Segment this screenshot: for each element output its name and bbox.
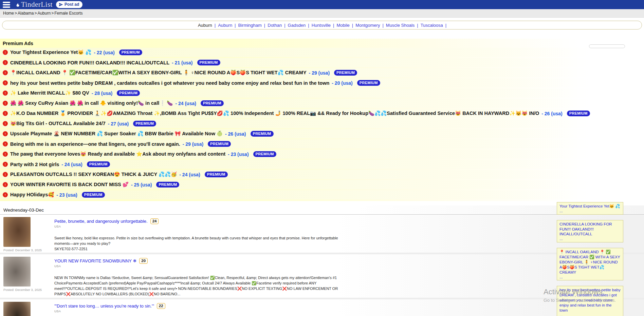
breadcrumb: Home>Alabama>Auburn>Female Escorts xyxy=(0,9,644,18)
city-link-mobile[interactable]: Mobile xyxy=(336,23,349,28)
up-arrow-icon: ↑ xyxy=(3,80,8,85)
premium-badge: PREMIUM xyxy=(119,50,142,55)
post-ad-button[interactable]: Post ad xyxy=(56,1,82,8)
listing-photo[interactable] xyxy=(3,302,31,316)
listing-title-link[interactable]: Petite, brunette, and dangerously unforg… xyxy=(54,219,148,224)
city-link-auburn[interactable]: Auburn xyxy=(218,23,232,28)
premium-ad-row[interactable]: ↑ Happy HOlidays🥰 - 23 (usa) PREMIUM xyxy=(0,190,644,199)
floating-scrollbar[interactable] xyxy=(589,44,625,48)
premium-ad-row[interactable]: ↑ Being with me is an experience—one tha… xyxy=(0,139,644,149)
listings-section: Posted: December 3, 2025 Petite, brunett… xyxy=(0,215,644,316)
city-link-dothan[interactable]: Dothan xyxy=(268,23,282,28)
premium-ad-title[interactable]: YOUR WINTER FAVORITE IS BACK DONT MISS 💕 xyxy=(10,182,129,187)
premium-ad-age: - 24 (usa) xyxy=(175,101,196,106)
premium-ad-title[interactable]: PLEASANTON OUTCALLS !! SEXY KOREAN😍 THIC… xyxy=(10,172,177,177)
premium-ad-row[interactable]: ↑ Party with 2 Hot girls - 24 (usa) PREM… xyxy=(0,160,644,169)
sidebar-ad-link[interactable]: Your Tightest Experience Yet🐱 💦 xyxy=(559,204,620,208)
premium-ad-title[interactable]: 📍INCALL OAKLAND 📍 ✅FACETIME/CAR✅WITH A S… xyxy=(10,70,307,76)
premium-ad-row[interactable]: ↑ 😻Big Tits Girl - OUTCALL Available 24/… xyxy=(0,119,644,128)
premium-ads-section: Premium Ads ↑ Your Tightest Experience Y… xyxy=(0,39,644,201)
listing-title-link[interactable]: "'Don't stare too long… unless you're re… xyxy=(54,303,154,309)
premium-ad-row[interactable]: ↑ PLEASANTON OUTCALLS !! SEXY KOREAN😍 TH… xyxy=(0,170,644,179)
premium-ad-age: - 25 (usa) xyxy=(131,182,152,187)
premium-badge: PREMIUM xyxy=(334,70,357,76)
city-separator: | xyxy=(445,23,446,28)
listing-body: Petite, brunette, and dangerously unforg… xyxy=(54,217,644,252)
sidebar-premium-box[interactable]: Your Tightest Experience Yet🐱 💦 ... xyxy=(557,202,623,215)
sidebar-ad-link[interactable]: hey its your best wettes petite baby DRE… xyxy=(559,288,621,312)
premium-ad-age: - 26 (usa) xyxy=(541,111,562,116)
flame-icon xyxy=(15,2,20,7)
sidebar-ellipsis: ... xyxy=(559,237,621,241)
listing-left-column: Posted: December 3, 2025 xyxy=(3,217,54,252)
up-arrow-icon: ↑ xyxy=(3,60,8,65)
listing-location: USA xyxy=(54,310,644,313)
city-link-huntsville[interactable]: Huntsville xyxy=(312,23,331,28)
up-arrow-icon: ↑ xyxy=(3,172,8,177)
sidebar-ellipsis: ... xyxy=(559,275,621,279)
premium-ad-row[interactable]: ↑ ✨ Lake Merritt INCALL✨ $80 QV - 28 (us… xyxy=(0,88,644,98)
breadcrumb-separator: > xyxy=(51,11,54,16)
premium-ad-title[interactable]: ✨ Lake Merritt INCALL✨ $80 QV xyxy=(10,90,89,96)
sidebar-ad-link[interactable]: 📍 INCALL OAKLAND 📍 ✅ FACETIME/CAR ✅ WITH… xyxy=(559,250,620,274)
city-separator: | xyxy=(215,23,216,28)
sidebar-ad-link[interactable]: CINDERELLA LOOKING FOR FUN!!! OAKLAND!!!… xyxy=(559,222,612,236)
listing-age-badge: 24 xyxy=(150,218,159,224)
premium-ad-row[interactable]: ↑ Upscale Playmate 🌋 NEW NUMBER 💦 Super … xyxy=(0,129,644,138)
city-separator: | xyxy=(352,23,353,28)
listing-photo[interactable] xyxy=(3,257,31,287)
premium-ad-row[interactable]: ↑ ✨K.O Daa NUMBER 🏅 PROVIDER 🧎✨💋AMAZING … xyxy=(0,109,644,118)
sidebar-premium-box[interactable]: 📍 INCALL OAKLAND 📍 ✅ FACETIME/CAR ✅ WITH… xyxy=(557,248,623,280)
premium-ad-title[interactable]: Party with 2 Hot girls xyxy=(10,162,59,167)
premium-ad-title[interactable]: CINDERELLA LOOKING FOR FUN!!! OAKLAND!!!… xyxy=(10,60,169,65)
sidebar-ellipsis: ... xyxy=(559,209,621,213)
premium-ad-age: - 22 (usa) xyxy=(94,50,114,55)
breadcrumb-item[interactable]: Home xyxy=(3,11,14,16)
up-arrow-icon: ↑ xyxy=(3,121,8,126)
premium-ad-title[interactable]: Upscale Playmate 🌋 NEW NUMBER 💦 Super So… xyxy=(10,131,223,137)
premium-ad-row[interactable]: ↑ Your Tightest Experience Yet🐱 💦 - 22 (… xyxy=(0,48,644,57)
breadcrumb-item: Female Escorts xyxy=(54,11,82,16)
premium-ad-title[interactable]: Your Tightest Experience Yet🐱 💦 xyxy=(10,50,91,55)
date-header: Wednesday-03-Dec xyxy=(0,205,644,215)
premium-badge: PREMIUM xyxy=(82,192,105,198)
sidebar-premium-box[interactable]: hey its your best wettes petite baby DRE… xyxy=(557,286,623,316)
listing-photo[interactable] xyxy=(3,217,31,247)
premium-ad-title[interactable]: The pawg that everyone loves😻 Ready and … xyxy=(10,151,225,157)
premium-ad-row[interactable]: ↑ 📍INCALL OAKLAND 📍 ✅FACETIME/CAR✅WITH A… xyxy=(0,68,644,77)
city-link-tuscaloosa[interactable]: Tuscaloosa xyxy=(421,23,443,28)
premium-ad-title[interactable]: Being with me is an experience—one that … xyxy=(10,141,180,147)
premium-ad-title[interactable]: Happy HOlidays🥰 xyxy=(10,192,54,198)
site-logo[interactable]: TinderList xyxy=(15,1,53,8)
breadcrumb-item[interactable]: Alabama xyxy=(18,11,34,16)
premium-badge: PREMIUM xyxy=(208,141,231,147)
premium-ad-row[interactable]: ↑ hey its your best wettes petite baby D… xyxy=(0,78,644,87)
premium-ad-age: - 21 (usa) xyxy=(172,60,192,65)
hamburger-menu-icon[interactable] xyxy=(3,2,10,8)
premium-ad-title[interactable]: 🌺 🌺 Sexy CuRvy Asian 🌺 🌺 in call 🐥 visit… xyxy=(10,100,173,106)
premium-ad-row[interactable]: ↑ YOUR WINTER FAVORITE IS BACK DONT MISS… xyxy=(0,180,644,189)
post-ad-label: Post ad xyxy=(65,2,79,7)
breadcrumb-item[interactable]: Auburn xyxy=(37,11,51,16)
city-link-montgomery[interactable]: Montgomery xyxy=(355,23,380,28)
listing-description: NEW IN TOWNMy name is Dallas !Seductive,… xyxy=(54,275,341,297)
premium-ad-row[interactable]: ↑ 🌺 🌺 Sexy CuRvy Asian 🌺 🌺 in call 🐥 vis… xyxy=(0,99,644,108)
listing-left-column: Posted: December 3, 2025 xyxy=(3,302,54,316)
city-link-muscle-shoals[interactable]: Muscle Shoals xyxy=(386,23,415,28)
premium-badge: PREMIUM xyxy=(197,60,220,65)
sidebar-premium-box[interactable]: CINDERELLA LOOKING FOR FUN!!! OAKLAND!!!… xyxy=(557,220,623,242)
city-separator: | xyxy=(264,23,265,28)
premium-ad-title[interactable]: ✨K.O Daa NUMBER 🏅 PROVIDER 🧎✨💋AMAZING Th… xyxy=(10,111,539,116)
premium-ad-title[interactable]: 😻Big Tits Girl - OUTCALL Available 24/7 xyxy=(10,121,106,126)
premium-sidebar: Your Tightest Experience Yet🐱 💦 ... CIND… xyxy=(557,202,623,316)
city-link-gadsden[interactable]: Gadsden xyxy=(288,23,306,28)
premium-ad-title[interactable]: hey its your best wettes petite baby DRE… xyxy=(10,80,329,86)
premium-ad-row[interactable]: ↑ CINDERELLA LOOKING FOR FUN!!! OAKLAND!… xyxy=(0,58,644,67)
city-link-birmingham[interactable]: Birmingham xyxy=(238,23,262,28)
premium-ad-age: - 27 (usa) xyxy=(108,121,129,126)
listing-title-link[interactable]: YOUR NEW FAVORITE SNOWBUNNY ❄ xyxy=(54,258,136,263)
premium-ad-row[interactable]: ↑ The pawg that everyone loves😻 Ready an… xyxy=(0,150,644,159)
listing-posted-date: Posted: December 3, 2025 xyxy=(3,248,54,252)
site-title: TinderList xyxy=(21,1,53,8)
city-separator: | xyxy=(333,23,334,28)
